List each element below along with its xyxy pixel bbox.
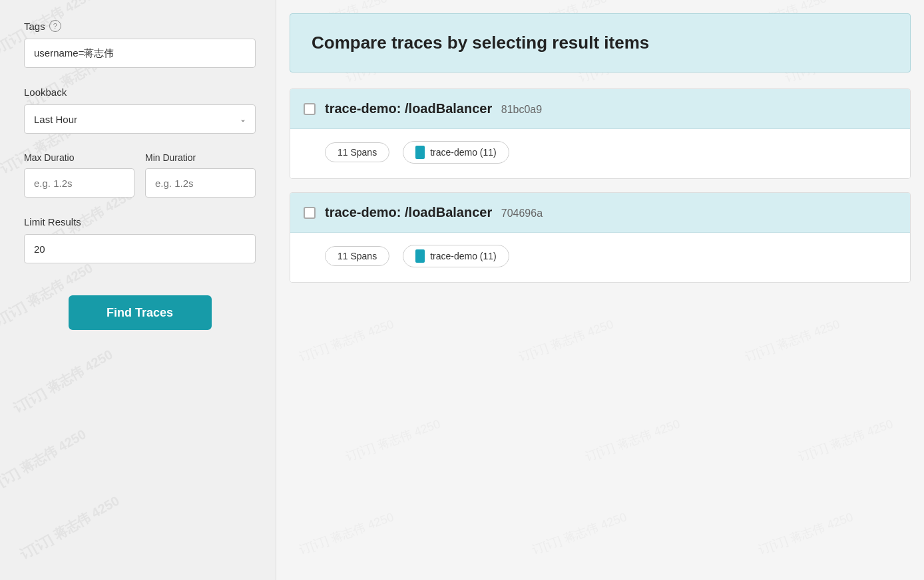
trace-header-0: trace-demo: /loadBalancer 81bc0a9 — [290, 89, 910, 129]
max-duration-input[interactable] — [24, 168, 134, 198]
trace-card-1: trace-demo: /loadBalancer 704696a 11 Spa… — [290, 192, 911, 283]
trace-id-1: 704696a — [501, 208, 543, 219]
limit-input[interactable] — [24, 234, 256, 263]
limit-section: Limit Results — [24, 216, 256, 263]
tags-help-icon[interactable]: ? — [49, 20, 61, 32]
trace-card-0: trace-demo: /loadBalancer 81bc0a9 11 Spa… — [290, 88, 911, 179]
max-duration-label: Max Duratio — [24, 152, 134, 163]
top-spacer — [290, 7, 911, 13]
trace-title-0: trace-demo: /loadBalancer 81bc0a9 — [325, 101, 542, 116]
duration-row: Max Duratio Min Duratior — [24, 152, 256, 198]
trace-title-1: trace-demo: /loadBalancer 704696a — [325, 205, 543, 220]
tags-section: Tags ? — [24, 20, 256, 68]
service-badge-1: trace-demo (11) — [403, 245, 509, 267]
service-color-dot-0 — [415, 146, 425, 159]
spans-badge-1: 11 Spans — [325, 246, 389, 266]
min-duration-input[interactable] — [145, 168, 256, 198]
lookback-section: Lookback Last Hour Last 6 Hours Last 12 … — [24, 86, 256, 134]
min-duration-label: Min Duratior — [145, 152, 256, 163]
sidebar: 订[订] 蒋志伟 4250 订[订] 蒋志伟 4250 订[订] 蒋志伟 425… — [0, 0, 276, 580]
max-duration-field: Max Duratio — [24, 152, 134, 198]
spans-badge-0: 11 Spans — [325, 142, 389, 162]
limit-label: Limit Results — [24, 216, 256, 227]
lookback-label: Lookback — [24, 86, 256, 98]
sidebar-content: Tags ? Lookback Last Hour Last 6 Hours L… — [24, 20, 256, 330]
trace-checkbox-0[interactable] — [304, 103, 316, 115]
tags-label: Tags ? — [24, 20, 256, 32]
lookback-select-wrapper: Last Hour Last 6 Hours Last 12 Hours Las… — [24, 104, 256, 134]
trace-id-0: 81bc0a9 — [501, 104, 542, 115]
trace-checkbox-1[interactable] — [304, 207, 316, 219]
trace-body-0: 11 Spans trace-demo (11) — [290, 129, 910, 178]
min-duration-field: Min Duratior — [145, 152, 256, 198]
compare-banner: Compare traces by selecting result items — [290, 13, 911, 72]
trace-body-1: 11 Spans trace-demo (11) — [290, 233, 910, 282]
main-content: 订[订] 蒋志伟 4250 订[订] 蒋志伟 4250 订[订] 蒋志伟 425… — [276, 0, 924, 580]
find-traces-button[interactable]: Find Traces — [69, 295, 212, 330]
service-badge-0: trace-demo (11) — [403, 141, 509, 164]
tags-input[interactable] — [24, 39, 256, 68]
trace-header-1: trace-demo: /loadBalancer 704696a — [290, 193, 910, 233]
service-color-dot-1 — [415, 249, 425, 263]
lookback-select[interactable]: Last Hour Last 6 Hours Last 12 Hours Las… — [24, 104, 256, 134]
compare-banner-text: Compare traces by selecting result items — [312, 33, 649, 53]
main-inner: Compare traces by selecting result items… — [276, 0, 924, 309]
